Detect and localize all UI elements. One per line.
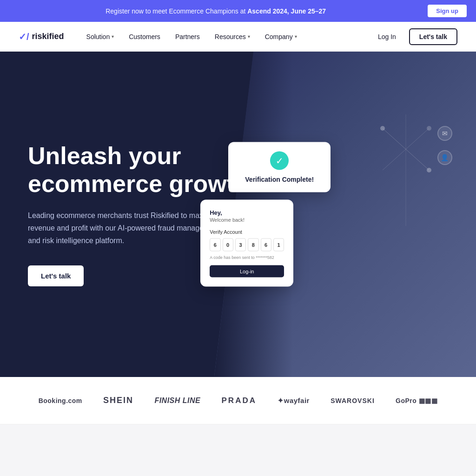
nav-label-resources: Resources xyxy=(215,33,246,40)
banner-text: Register now to meet Ecommerce Champions… xyxy=(9,7,422,15)
nav-cta-button[interactable]: Let's talk xyxy=(409,28,457,45)
otp-digit-3: 3 xyxy=(235,238,246,251)
hero-headline-line1: Unleash your xyxy=(28,142,181,169)
nav-item-resources[interactable]: Resources ▾ xyxy=(209,29,256,44)
card-login-button[interactable]: Log-in xyxy=(210,265,284,278)
verification-card: ✓ Verification Complete! xyxy=(228,142,331,192)
brand-prada: PRADA xyxy=(222,396,257,405)
network-nodes-decoration: ✉ 👤 xyxy=(437,117,452,174)
nav-item-company[interactable]: Company ▾ xyxy=(259,29,303,44)
code-sent-text: A code has been sent to *******582 xyxy=(210,255,284,260)
logo-text: riskified xyxy=(32,32,64,41)
chevron-down-icon: ▾ xyxy=(112,34,114,39)
otp-digit-6: 1 xyxy=(273,238,284,251)
otp-input-group: 6 0 3 8 6 1 xyxy=(210,238,284,251)
otp-digit-4: 8 xyxy=(248,238,258,251)
promo-banner: Register now to meet Ecommerce Champions… xyxy=(0,0,476,22)
otp-digit-5: 6 xyxy=(261,238,271,251)
otp-digit-2: 0 xyxy=(223,238,233,251)
ui-cards-container: ✓ Verification Complete! Hey, Welcome ba… xyxy=(200,142,303,287)
network-node-user: 👤 xyxy=(437,150,452,165)
banner-text-before: Register now to meet Ecommerce Champions… xyxy=(106,7,247,15)
below-fold-area xyxy=(0,424,476,476)
nav-label-customers: Customers xyxy=(129,33,160,40)
nav-label-partners: Partners xyxy=(175,33,200,40)
brand-booking: Booking.com xyxy=(39,397,82,404)
login-button[interactable]: Log In xyxy=(372,29,402,44)
brand-shein: SHEIN xyxy=(103,396,133,405)
greeting-sub-text: Welcome back! xyxy=(210,217,284,223)
login-card: Hey, Welcome back! Verify Account 6 0 3 … xyxy=(200,200,293,287)
brands-bar: Booking.com SHEIN FINISH LINE PRADA ✦way… xyxy=(0,377,476,424)
banner-bold-text: Ascend 2024, June 25–27 xyxy=(247,7,326,15)
greeting-text: Hey, xyxy=(210,209,284,216)
nav-links: Solution ▾ Customers Partners Resources … xyxy=(81,29,372,44)
nav-label-solution: Solution xyxy=(86,33,110,40)
check-icon: ✓ xyxy=(270,152,289,170)
brand-gopro: GoPro ▦▦▦ xyxy=(396,397,437,404)
brand-swarovski: SWAROVSKI xyxy=(331,397,375,404)
verify-account-title: Verify Account xyxy=(210,229,284,235)
banner-close-button[interactable]: × xyxy=(461,7,467,16)
chevron-down-icon-3: ▾ xyxy=(295,34,297,39)
nav-item-solution[interactable]: Solution ▾ xyxy=(81,29,120,44)
navbar: ✓/ riskified Solution ▾ Customers Partne… xyxy=(0,22,476,52)
otp-digit-1: 6 xyxy=(210,238,220,251)
verification-title: Verification Complete! xyxy=(239,176,319,183)
nav-right: Log In Let's talk xyxy=(372,28,457,45)
nav-label-company: Company xyxy=(265,33,293,40)
logo-icon: ✓/ xyxy=(19,31,29,42)
chevron-down-icon-2: ▾ xyxy=(248,34,250,39)
logo-link[interactable]: ✓/ riskified xyxy=(19,31,64,42)
hero-cta-button[interactable]: Let's talk xyxy=(28,265,84,286)
nav-item-partners[interactable]: Partners xyxy=(170,29,205,44)
hero-section: Unleash your ecommerce growth Leading ec… xyxy=(0,52,476,377)
brand-finish-line: FINISH LINE xyxy=(154,397,200,405)
nav-item-customers[interactable]: Customers xyxy=(123,29,166,44)
network-node-email: ✉ xyxy=(437,126,452,141)
brand-wayfair: ✦wayfair xyxy=(278,397,310,405)
